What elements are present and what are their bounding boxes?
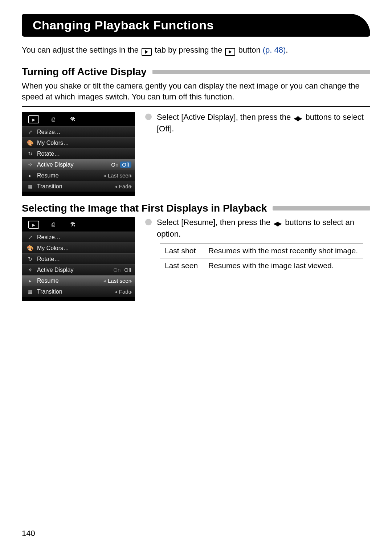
menu-item-transition: ▦ Transition ◂ Fade ▸ bbox=[22, 286, 135, 297]
separator bbox=[22, 106, 370, 107]
menu-item-active-display: ✧ Active Display On Off bbox=[22, 159, 135, 170]
heading-rule bbox=[152, 70, 370, 74]
left-arrow-icon: ◂ bbox=[103, 173, 106, 178]
menu-item-resize: ⤢Resize… bbox=[22, 232, 135, 242]
menu-item-mycolors: 🎨My Colors… bbox=[22, 242, 135, 253]
menu-item-active-display: ✧ Active Display On Off bbox=[22, 264, 135, 275]
right-arrow-icon: ▸ bbox=[130, 278, 132, 283]
menu-item-resize: ⤢Resize… bbox=[22, 126, 135, 137]
bullet-dot-icon bbox=[145, 219, 152, 225]
value-off: Off bbox=[124, 267, 131, 273]
menu-item-transition: ▦ Transition ◂ Fade ▸ bbox=[22, 181, 135, 192]
menu-item-rotate: ↻Rotate… bbox=[22, 253, 135, 264]
bullet-item: Select [Resume], then press the buttons … bbox=[145, 217, 370, 239]
option-name: Last shot bbox=[160, 243, 203, 258]
transition-value: Fade bbox=[119, 289, 131, 295]
resume-options-table: Last shot Resumes with the most recently… bbox=[160, 243, 363, 274]
manual-page: Changing Playback Functions You can adju… bbox=[0, 0, 392, 552]
option-name: Last seen bbox=[160, 258, 203, 273]
camera-menu-screenshot-2: ▸ ⎙ 🛠 ⤢Resize… 🎨My Colors… ↻Rotate… ✧ Ac… bbox=[22, 217, 135, 301]
active-display-icon: ✧ bbox=[26, 161, 34, 168]
playback-tab-icon: ▸ bbox=[28, 115, 39, 123]
left-arrow-icon: ◂ bbox=[115, 184, 117, 189]
intro-paragraph: You can adjust the settings in the tab b… bbox=[22, 45, 370, 56]
resize-icon: ⤢ bbox=[26, 234, 34, 241]
transition-icon: ▦ bbox=[26, 289, 34, 295]
value-off-selected: Off bbox=[120, 161, 131, 168]
transition-icon: ▦ bbox=[26, 183, 34, 190]
resize-icon: ⤢ bbox=[26, 129, 34, 135]
menu-item-mycolors: 🎨My Colors… bbox=[22, 137, 135, 148]
bullet-text: Select [Resume], then press the buttons … bbox=[157, 217, 370, 239]
playback-tab-icon: ▸ bbox=[28, 221, 39, 229]
value-on-dim: On bbox=[113, 267, 121, 273]
menu-item-resume: ▸ Resume ◂ Last seen ▸ bbox=[22, 170, 135, 181]
palette-icon: 🎨 bbox=[26, 245, 34, 252]
left-right-arrows-icon bbox=[273, 218, 282, 229]
menu-item-resume: ▸ Resume ◂ Last seen ▸ bbox=[22, 275, 135, 286]
intro-text-2: tab by pressing the bbox=[155, 45, 224, 54]
menu-list: ⤢Resize… 🎨My Colors… ↻Rotate… ✧ Active D… bbox=[22, 126, 135, 192]
playback-button-icon bbox=[225, 48, 235, 56]
print-tab-icon: ⎙ bbox=[48, 115, 59, 123]
menu-list: ⤢Resize… 🎨My Colors… ↻Rotate… ✧ Active D… bbox=[22, 232, 135, 297]
menu-tabs: ▸ ⎙ 🛠 bbox=[22, 115, 135, 126]
tools-tab-icon: 🛠 bbox=[68, 115, 78, 123]
resume-icon: ▸ bbox=[26, 172, 34, 179]
section2-block: ▸ ⎙ 🛠 ⤢Resize… 🎨My Colors… ↻Rotate… ✧ Ac… bbox=[22, 217, 370, 301]
side2-a: Select [Resume], then press the bbox=[157, 218, 273, 227]
section-heading-resume: Selecting the Image that First Displays … bbox=[22, 203, 370, 214]
right-arrow-icon: ▸ bbox=[130, 289, 132, 294]
left-right-arrows-icon bbox=[294, 113, 302, 123]
menu-tabs: ▸ ⎙ 🛠 bbox=[22, 221, 135, 232]
bullet-text: Select [Active Display], then press the … bbox=[157, 112, 370, 134]
heading-rule bbox=[273, 206, 370, 210]
section1-block: ▸ ⎙ 🛠 ⤢Resize… 🎨My Colors… ↻Rotate… ✧ Ac… bbox=[22, 112, 370, 196]
section1-side: Select [Active Display], then press the … bbox=[145, 112, 370, 138]
active-display-icon: ✧ bbox=[26, 267, 34, 273]
value-on-dim: On bbox=[111, 161, 118, 168]
resume-value: Last seen bbox=[108, 172, 131, 179]
section1-body: When you shake or tilt the camera gently… bbox=[22, 81, 370, 102]
section1-title: Turning off Active Display bbox=[22, 66, 147, 78]
side1-a: Select [Active Display], then press the bbox=[157, 113, 293, 122]
palette-icon: 🎨 bbox=[26, 140, 34, 146]
section2-title: Selecting the Image that First Displays … bbox=[22, 203, 267, 214]
playback-tab-icon bbox=[142, 48, 152, 56]
left-arrow-icon: ◂ bbox=[103, 278, 106, 283]
page-title: Changing Playback Functions bbox=[33, 18, 359, 32]
right-arrow-icon: ▸ bbox=[130, 184, 132, 189]
camera-menu-screenshot-1: ▸ ⎙ 🛠 ⤢Resize… 🎨My Colors… ↻Rotate… ✧ Ac… bbox=[22, 112, 135, 196]
print-tab-icon: ⎙ bbox=[48, 221, 59, 229]
rotate-icon: ↻ bbox=[26, 151, 34, 157]
tools-tab-icon: 🛠 bbox=[68, 221, 78, 229]
resume-icon: ▸ bbox=[26, 278, 34, 284]
table-row: Last seen Resumes with the image last vi… bbox=[160, 258, 363, 273]
intro-text-3: button bbox=[238, 45, 262, 54]
menu-item-rotate: ↻Rotate… bbox=[22, 148, 135, 159]
right-arrow-icon: ▸ bbox=[130, 173, 132, 178]
page-title-bar: Changing Playback Functions bbox=[22, 14, 370, 37]
section-heading-active-display: Turning off Active Display bbox=[22, 66, 370, 78]
intro-text-1: You can adjust the settings in the bbox=[22, 45, 141, 54]
page-ref-link[interactable]: (p. 48) bbox=[263, 45, 286, 54]
bullet-dot-icon bbox=[145, 114, 152, 120]
page-number: 140 bbox=[22, 529, 35, 538]
transition-value: Fade bbox=[119, 183, 131, 189]
intro-text-4: . bbox=[286, 45, 288, 54]
rotate-icon: ↻ bbox=[26, 256, 34, 262]
bullet-item: Select [Active Display], then press the … bbox=[145, 112, 370, 134]
option-desc: Resumes with the most recently shot imag… bbox=[203, 243, 363, 258]
left-arrow-icon: ◂ bbox=[115, 289, 117, 294]
resume-value: Last seen bbox=[108, 278, 131, 284]
table-row: Last shot Resumes with the most recently… bbox=[160, 243, 363, 258]
option-desc: Resumes with the image last viewed. bbox=[203, 258, 363, 273]
section2-side: Select [Resume], then press the buttons … bbox=[145, 217, 370, 273]
